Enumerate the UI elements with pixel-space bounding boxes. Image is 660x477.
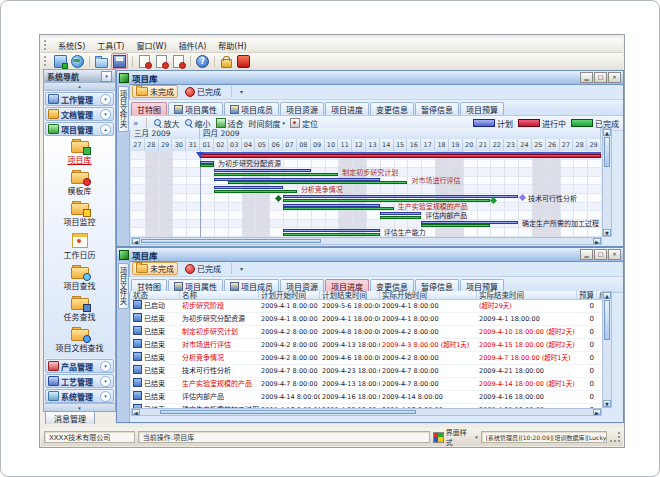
project-folder-tab[interactable]: 项目文件夹 — [118, 86, 129, 132]
sidebar-item-project-doc-search[interactable]: 项目文档查找 — [56, 329, 104, 353]
sidebar-overflow-button[interactable]: ▾ — [44, 403, 115, 411]
chevron-down-icon[interactable]: ▾ — [100, 109, 111, 120]
save-button[interactable] — [111, 53, 128, 69]
tool-zoom-out-button[interactable]: 缩小 — [185, 118, 211, 129]
tool-fit-button[interactable]: 适合 — [216, 118, 244, 129]
gantt-actual-bar[interactable] — [228, 181, 408, 184]
filter-completed-button[interactable]: 已完成 — [181, 85, 225, 98]
close-icon[interactable]: × — [608, 249, 621, 260]
interface-style-control[interactable]: 界面样式 ▾ — [433, 427, 478, 447]
globe-button[interactable] — [70, 54, 85, 68]
table-row[interactable]: 已结束分析竞争情况2009-4-2 8:00:002009-4-6 18:00:… — [131, 352, 602, 365]
table-row[interactable]: 已结束生产实验室规模的产品2009-4-7 8:00:002009-4-13 1… — [131, 378, 602, 391]
monitor-button[interactable] — [53, 54, 68, 68]
tool-time-scale-button[interactable]: 时间刻度▾ — [249, 118, 286, 129]
chevron-down-icon[interactable]: ▾ — [100, 391, 111, 402]
sidebar-item-task-search[interactable]: 任务查找 — [64, 298, 96, 322]
column-header-actual-start[interactable]: 实际开始时间 — [380, 291, 477, 300]
gantt-summary-progress-bar[interactable] — [200, 154, 601, 158]
scroll-right-icon[interactable]: ▶ — [593, 238, 601, 244]
scroll-up-icon[interactable]: ▲ — [603, 129, 611, 136]
report-button[interactable] — [137, 54, 152, 68]
sidebar-item-template-library[interactable]: 模板库 — [68, 172, 92, 196]
sidebar-group-system-management[interactable]: 系统管理▾ — [45, 389, 114, 403]
menu-item-window[interactable]: 窗口(W) — [130, 39, 172, 52]
gantt-vscroll-thumb[interactable] — [604, 137, 610, 167]
gantt-actual-bar[interactable] — [214, 190, 297, 193]
column-header-plan-end[interactable]: 计划结束时间 — [320, 291, 380, 300]
gantt-actual-bar[interactable] — [283, 199, 490, 202]
scroll-down-icon[interactable]: ▼ — [603, 229, 611, 236]
filter-incomplete-button[interactable]: 未完成 — [132, 262, 178, 275]
lock-button[interactable] — [219, 54, 234, 68]
maximize-icon[interactable]: □ — [594, 249, 607, 260]
scroll-up-icon[interactable]: ▲ — [603, 292, 611, 299]
tab-project-resources[interactable]: 项目资源 — [280, 102, 324, 115]
help-button[interactable] — [195, 54, 210, 68]
close-icon[interactable]: × — [608, 72, 621, 83]
tab-project-progress[interactable]: 项目进度 — [325, 102, 369, 115]
filter-incomplete-button[interactable]: 未完成 — [132, 85, 178, 98]
table-vertical-scrollbar[interactable]: ▲ ▼ — [602, 291, 612, 408]
table-row[interactable]: 已结束对市场进行评估2009-4-2 8:00:002009-4-13 18:0… — [131, 339, 602, 352]
gantt-horizontal-scrollbar[interactable]: ◀ ▶ — [131, 237, 602, 245]
column-header-actual-end[interactable]: 实际结束时间 — [477, 291, 577, 300]
exit-button[interactable] — [236, 54, 251, 68]
scroll-right-icon[interactable]: ▶ — [593, 409, 601, 415]
folder-button[interactable] — [94, 54, 109, 68]
sidebar-group-project-management[interactable]: 项目管理▴ — [45, 122, 114, 136]
column-header-budget[interactable]: 预算 — [577, 291, 597, 300]
dropdown-arrow-icon[interactable]: ▾ — [238, 88, 245, 95]
table-horizontal-scrollbar[interactable]: ◀ ▶ — [131, 408, 602, 416]
sidebar-item-project-library[interactable]: 项目库 — [68, 141, 92, 165]
tool-zoom-in-button[interactable]: 放大 — [154, 118, 180, 129]
gantt-actual-bar[interactable] — [283, 233, 380, 236]
column-header-name[interactable]: 名称 — [180, 291, 259, 300]
resize-grip[interactable] — [610, 432, 620, 442]
scroll-left-icon[interactable]: ◀ — [132, 409, 140, 415]
tab-project-budget[interactable]: 项目预算 — [460, 102, 504, 115]
sidebar-collapse-button[interactable]: ▾ — [101, 71, 112, 82]
dropdown-arrow-icon[interactable]: ▾ — [238, 265, 245, 272]
table-row[interactable]: 已结束评估内部产品2009-4-14 8:00:002009-4-16 18:0… — [131, 391, 602, 404]
menu-item-tools[interactable]: 工具(T) — [91, 39, 130, 52]
minimize-icon[interactable]: ▁ — [580, 249, 593, 260]
table-row[interactable]: 已启动初步研究阶段2009-4-1 8:00:002009-5-6 18:00:… — [131, 300, 602, 313]
audit-button[interactable] — [154, 54, 169, 68]
tab-project-members[interactable]: 项目成员 — [224, 102, 279, 115]
sidebar-group-product-management[interactable]: 产品管理▾ — [45, 359, 114, 373]
chevron-down-icon[interactable]: ▾ — [100, 94, 111, 105]
gantt-actual-bar[interactable] — [421, 224, 490, 227]
gantt-hscroll-thumb[interactable] — [141, 239, 321, 243]
gantt-actual-bar[interactable] — [283, 207, 394, 210]
project-folder-tab[interactable]: 项目文件夹 — [118, 263, 129, 309]
gantt-actual-bar[interactable] — [214, 173, 338, 176]
column-header-status[interactable]: 状态 — [131, 291, 180, 300]
table-row[interactable]: 已结束为初步研究分配资源2009-4-1 8:00:002009-4-1 18:… — [131, 313, 602, 326]
sidebar-item-project-monitor[interactable]: 项目监控 — [64, 203, 96, 227]
sidebar-item-project-search[interactable]: 项目查找 — [64, 267, 96, 291]
column-header-plan-start[interactable]: 计划开始时间 — [259, 291, 320, 300]
tab-project-properties[interactable]: 项目属性 — [168, 102, 223, 115]
menu-item-help[interactable]: 帮助(H) — [212, 39, 252, 52]
sidebar-group-work-management[interactable]: 工作管理▾ — [45, 92, 114, 106]
gantt-window-titlebar[interactable]: 项目库 ▁□× — [117, 71, 623, 85]
table-window-titlebar[interactable]: 项目库 ▁□× — [117, 248, 623, 262]
gantt-actual-bar[interactable] — [380, 216, 421, 219]
gantt-vertical-scrollbar[interactable]: ▲ ▼ — [602, 128, 612, 237]
table-row[interactable]: 已结束制定初步研究计划2009-4-2 8:00:002009-4-8 18:0… — [131, 326, 602, 339]
tool-locate-button[interactable]: 定位 — [290, 118, 318, 129]
tab-change-info[interactable]: 变更信息 — [370, 102, 414, 115]
tab-gantt-chart[interactable]: 甘特图 — [131, 102, 167, 115]
overflow-chevrons-icon[interactable]: » — [133, 118, 139, 128]
table-vscroll-thumb[interactable] — [604, 300, 610, 340]
menu-item-system[interactable]: 系统(S) — [52, 39, 91, 52]
table-row[interactable]: 已结束技术可行性分析2009-4-7 8:00:002009-4-23 18:0… — [131, 365, 602, 378]
sidebar-group-document-management[interactable]: 文档管理▾ — [45, 107, 114, 121]
gantt-actual-bar[interactable] — [200, 164, 214, 167]
chevron-up-icon[interactable]: ▴ — [100, 124, 111, 135]
minimize-icon[interactable]: ▁ — [580, 72, 593, 83]
note-button[interactable] — [171, 54, 186, 68]
menu-item-plugins[interactable]: 插件(A) — [173, 39, 213, 52]
sidebar-splitter[interactable]: ▴ — [44, 83, 115, 91]
